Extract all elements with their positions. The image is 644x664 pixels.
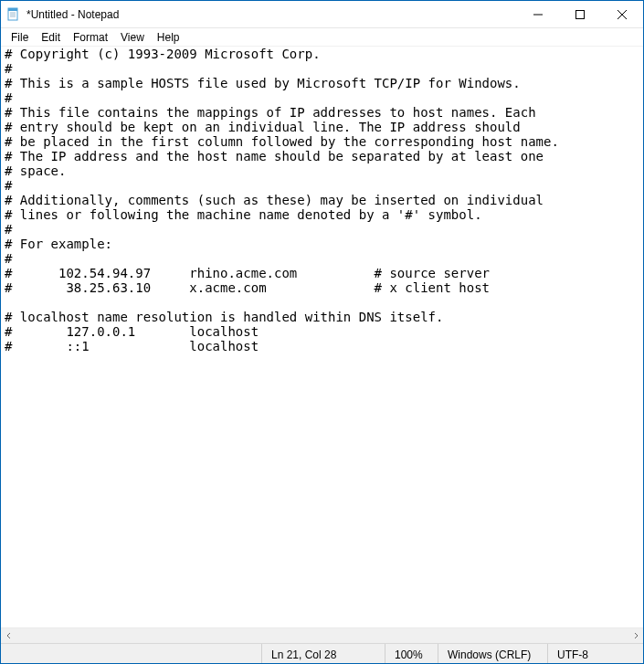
menu-view[interactable]: View [114, 30, 151, 45]
window-title: *Untitled - Notepad [26, 8, 119, 21]
minimize-button[interactable] [517, 1, 559, 28]
menu-help[interactable]: Help [151, 30, 186, 45]
statusbar: Ln 21, Col 28 100% Windows (CRLF) UTF-8 [1, 643, 643, 663]
status-position: Ln 21, Col 28 [261, 644, 385, 663]
editor-content[interactable]: # Copyright (c) 1993-2009 Microsoft Corp… [1, 47, 643, 353]
text-editor[interactable]: # Copyright (c) 1993-2009 Microsoft Corp… [1, 47, 643, 627]
editor-area: # Copyright (c) 1993-2009 Microsoft Corp… [1, 47, 643, 643]
svg-rect-1 [8, 8, 17, 11]
notepad-icon [6, 7, 21, 22]
menubar: File Edit Format View Help [1, 28, 643, 47]
scroll-right-icon[interactable] [628, 628, 643, 644]
menu-file[interactable]: File [5, 30, 35, 45]
titlebar: *Untitled - Notepad [1, 1, 643, 28]
scroll-left-icon[interactable] [1, 628, 16, 644]
status-line-ending: Windows (CRLF) [438, 644, 547, 663]
menu-format[interactable]: Format [67, 30, 114, 45]
horizontal-scrollbar[interactable] [1, 627, 643, 643]
maximize-button[interactable] [559, 1, 601, 28]
close-button[interactable] [601, 1, 643, 28]
svg-rect-6 [576, 10, 585, 18]
notepad-window: *Untitled - Notepad File Edit Format Vie… [0, 0, 644, 664]
status-zoom: 100% [385, 644, 438, 663]
hscroll-track[interactable] [16, 628, 628, 644]
status-spacer [1, 644, 261, 663]
status-encoding: UTF-8 [547, 644, 643, 663]
menu-edit[interactable]: Edit [35, 30, 67, 45]
